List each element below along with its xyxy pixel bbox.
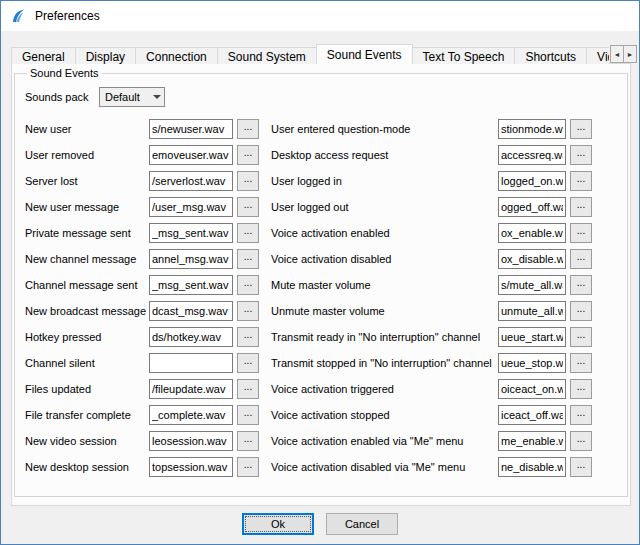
window-title: Preferences <box>35 9 100 23</box>
left-event-input[interactable] <box>149 145 233 165</box>
left-event-input[interactable] <box>149 119 233 139</box>
left-event-input[interactable] <box>149 457 233 477</box>
tab-label: Video <box>597 50 609 64</box>
ok-button[interactable]: Ok <box>242 513 314 535</box>
left-browse-button[interactable]: ... <box>237 171 259 191</box>
left-browse-button[interactable]: ... <box>237 249 259 269</box>
tab-display[interactable]: Display <box>75 47 136 64</box>
left-browse-button[interactable]: ... <box>237 301 259 321</box>
tab-general[interactable]: General <box>11 47 76 64</box>
left-browse-button[interactable]: ... <box>237 353 259 373</box>
tab-scroll-right-button[interactable]: ► <box>623 45 637 63</box>
tab-text-to-speech[interactable]: Text To Speech <box>412 47 516 64</box>
right-browse-button[interactable]: ... <box>570 457 592 477</box>
right-event-input[interactable] <box>498 379 566 399</box>
left-event-input[interactable] <box>149 327 233 347</box>
right-browse-button[interactable]: ... <box>570 249 592 269</box>
right-event-input[interactable] <box>498 457 566 477</box>
right-browse-button[interactable]: ... <box>570 171 592 191</box>
left-event-label: New user <box>25 123 149 135</box>
right-event-input[interactable] <box>498 223 566 243</box>
right-event-input[interactable] <box>498 301 566 321</box>
right-browse-button[interactable]: ... <box>570 197 592 217</box>
left-browse-button[interactable]: ... <box>237 197 259 217</box>
right-browse-button[interactable]: ... <box>570 119 592 139</box>
left-event-input[interactable] <box>149 431 233 451</box>
left-event-input[interactable] <box>149 301 233 321</box>
left-event-label: Hotkey pressed <box>25 331 149 343</box>
right-event-label: Transmit ready in "No interruption" chan… <box>271 331 498 343</box>
sound-event-row: Server lost ... User logged in ... <box>25 168 619 194</box>
right-event-input[interactable] <box>498 431 566 451</box>
right-browse-button[interactable]: ... <box>570 275 592 295</box>
tab-shortcuts[interactable]: Shortcuts <box>514 47 587 64</box>
right-event-input[interactable] <box>498 197 566 217</box>
right-browse-button[interactable]: ... <box>570 405 592 425</box>
cancel-button[interactable]: Cancel <box>326 513 398 535</box>
right-browse-button[interactable]: ... <box>570 301 592 321</box>
right-event-label: Voice activation enabled <box>271 227 498 239</box>
tab-video[interactable]: Video <box>586 47 609 64</box>
chevron-down-icon <box>150 91 164 103</box>
right-event-input[interactable] <box>498 275 566 295</box>
left-event-input[interactable] <box>149 197 233 217</box>
left-browse-button[interactable]: ... <box>237 275 259 295</box>
left-browse-button[interactable]: ... <box>237 379 259 399</box>
left-event-input[interactable] <box>149 171 233 191</box>
right-browse-button[interactable]: ... <box>570 379 592 399</box>
sound-event-row: User removed ... Desktop access request … <box>25 142 619 168</box>
sound-event-row: New desktop session ... Voice activation… <box>25 454 619 480</box>
left-browse-button[interactable]: ... <box>237 405 259 425</box>
right-browse-button[interactable]: ... <box>570 145 592 165</box>
right-event-label: Mute master volume <box>271 279 498 291</box>
right-browse-button[interactable]: ... <box>570 327 592 347</box>
left-browse-button[interactable]: ... <box>237 431 259 451</box>
left-event-label: File transfer complete <box>25 409 149 421</box>
tab-bar: General Display Connection Sound System … <box>11 44 609 64</box>
tab-connection[interactable]: Connection <box>135 47 218 64</box>
right-event-input[interactable] <box>498 249 566 269</box>
left-browse-button[interactable]: ... <box>237 327 259 347</box>
tab-scroll-control: ◄ ► <box>611 45 637 63</box>
left-browse-button[interactable]: ... <box>237 457 259 477</box>
tab-sound-events[interactable]: Sound Events <box>316 44 413 64</box>
groupbox-title: Sound Events <box>27 67 102 79</box>
left-event-input[interactable] <box>149 249 233 269</box>
right-event-label: Transmit stopped in "No interruption" ch… <box>271 357 498 369</box>
tab-page-sound-events: Sound Events Sounds pack Default New use… <box>11 63 631 506</box>
right-browse-button[interactable]: ... <box>570 353 592 373</box>
tab-label: Text To Speech <box>423 50 505 64</box>
right-browse-button[interactable]: ... <box>570 223 592 243</box>
sound-event-row: Private message sent ... Voice activatio… <box>25 220 619 246</box>
left-event-input[interactable] <box>149 223 233 243</box>
tab-label: Connection <box>146 50 207 64</box>
right-browse-button[interactable]: ... <box>570 431 592 451</box>
right-event-label: User logged out <box>271 201 498 213</box>
tab-sound-system[interactable]: Sound System <box>217 47 317 64</box>
sound-events-rows: New user ... User entered question-mode … <box>25 116 619 480</box>
right-event-input[interactable] <box>498 327 566 347</box>
left-event-input[interactable] <box>149 405 233 425</box>
sound-event-row: Hotkey pressed ... Transmit ready in "No… <box>25 324 619 350</box>
sounds-pack-select[interactable]: Default <box>99 87 165 107</box>
left-event-input[interactable] <box>149 379 233 399</box>
left-browse-button[interactable]: ... <box>237 119 259 139</box>
right-event-input[interactable] <box>498 171 566 191</box>
right-event-input[interactable] <box>498 145 566 165</box>
right-event-label: Voice activation disabled via "Me" menu <box>271 461 498 473</box>
tab-label: Sound System <box>228 50 306 64</box>
left-browse-button[interactable]: ... <box>237 145 259 165</box>
right-event-label: Voice activation stopped <box>271 409 498 421</box>
right-event-input[interactable] <box>498 119 566 139</box>
right-event-input[interactable] <box>498 353 566 373</box>
left-browse-button[interactable]: ... <box>237 223 259 243</box>
tab-scroll-left-button[interactable]: ◄ <box>610 45 624 63</box>
app-icon <box>10 8 26 24</box>
right-event-label: Voice activation disabled <box>271 253 498 265</box>
left-event-input[interactable] <box>149 353 233 373</box>
left-event-label: User removed <box>25 149 149 161</box>
right-event-input[interactable] <box>498 405 566 425</box>
left-event-input[interactable] <box>149 275 233 295</box>
right-event-label: Voice activation enabled via "Me" menu <box>271 435 498 447</box>
sound-event-row: New user message ... User logged out ... <box>25 194 619 220</box>
